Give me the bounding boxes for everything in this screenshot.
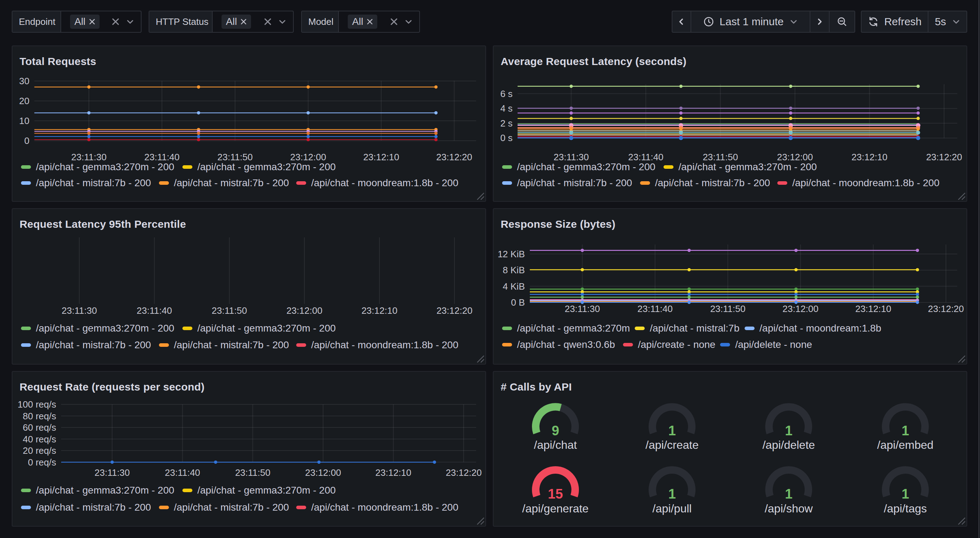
svg-text:23:11:40: 23:11:40 [638,303,673,314]
svg-text:1: 1 [668,423,676,438]
svg-text:20: 20 [19,95,30,106]
svg-text:23:12:20: 23:12:20 [926,152,962,162]
svg-text:1: 1 [785,423,792,438]
svg-text:/api/pull: /api/pull [652,502,692,515]
svg-text:10: 10 [19,116,30,126]
svg-text:23:12:20: 23:12:20 [928,303,964,314]
svg-text:23:11:40: 23:11:40 [137,305,172,316]
svg-text:4 KiB: 4 KiB [503,281,525,292]
svg-text:0 req/s: 0 req/s [28,457,57,468]
svg-text:/api/create: /api/create [645,438,698,451]
svg-text:23:12:00: 23:12:00 [777,152,813,162]
svg-text:23:12:00: 23:12:00 [305,467,341,478]
svg-text:23:12:10: 23:12:10 [375,467,411,478]
svg-text:6 s: 6 s [500,89,513,99]
svg-text:40 req/s: 40 req/s [23,434,56,444]
svg-text:23:11:50: 23:11:50 [212,305,247,316]
svg-text:23:12:20: 23:12:20 [436,152,472,162]
svg-text:23:12:10: 23:12:10 [363,152,399,162]
svg-text:8 KiB: 8 KiB [503,265,525,275]
svg-text:1: 1 [668,486,676,501]
svg-text:23:12:10: 23:12:10 [852,152,888,162]
svg-text:4 s: 4 s [500,103,513,114]
svg-text:23:12:00: 23:12:00 [286,305,322,316]
svg-text:0: 0 [24,135,29,146]
svg-text:/api/embed: /api/embed [877,438,934,451]
svg-text:/api/generate: /api/generate [522,502,589,515]
svg-text:23:11:40: 23:11:40 [628,152,663,162]
svg-text:15: 15 [548,486,563,501]
svg-text:0 s: 0 s [500,133,513,143]
svg-text:23:11:30: 23:11:30 [71,152,106,162]
svg-text:23:11:30: 23:11:30 [554,152,589,162]
svg-text:23:11:50: 23:11:50 [217,152,253,162]
svg-text:2 s: 2 s [500,118,513,129]
svg-text:0 B: 0 B [511,297,525,308]
svg-text:1: 1 [901,486,909,501]
svg-text:23:11:30: 23:11:30 [95,467,130,478]
svg-text:100 req/s: 100 req/s [18,399,56,410]
svg-text:/api/tags: /api/tags [884,502,927,515]
svg-text:23:11:40: 23:11:40 [144,152,180,162]
svg-text:23:12:00: 23:12:00 [290,152,326,162]
svg-text:23:11:30: 23:11:30 [62,305,97,316]
svg-text:20 req/s: 20 req/s [23,445,56,456]
svg-text:23:12:20: 23:12:20 [436,305,472,316]
svg-text:23:11:50: 23:11:50 [710,303,745,314]
svg-text:/api/chat: /api/chat [534,438,577,451]
svg-text:1: 1 [901,423,909,438]
svg-text:9: 9 [552,423,559,438]
svg-text:23:11:50: 23:11:50 [235,467,270,478]
svg-text:30: 30 [19,76,30,86]
svg-text:/api/show: /api/show [765,502,813,515]
svg-text:23:12:10: 23:12:10 [855,303,891,314]
svg-text:23:11:50: 23:11:50 [703,152,738,162]
svg-text:23:12:20: 23:12:20 [445,467,482,478]
svg-text:/api/delete: /api/delete [762,438,815,451]
svg-text:60 req/s: 60 req/s [23,422,56,433]
svg-text:23:12:00: 23:12:00 [783,303,819,314]
svg-text:1: 1 [785,486,792,501]
svg-text:23:11:30: 23:11:30 [565,303,600,314]
svg-text:12 KiB: 12 KiB [498,249,525,259]
svg-text:23:12:10: 23:12:10 [361,305,397,316]
svg-text:23:11:40: 23:11:40 [165,467,200,478]
svg-text:80 req/s: 80 req/s [23,411,56,421]
